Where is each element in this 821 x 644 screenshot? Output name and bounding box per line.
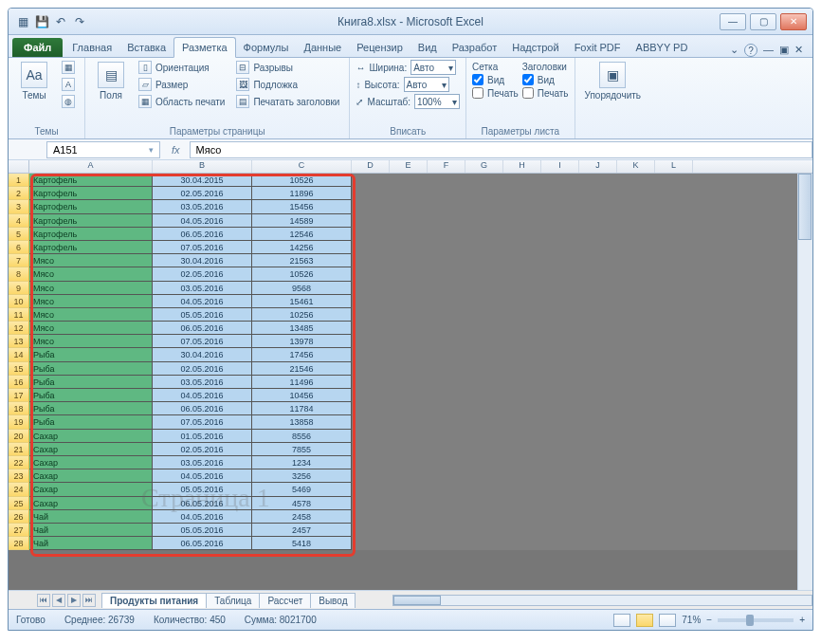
row-header[interactable]: 18 bbox=[9, 402, 29, 415]
tab-developer[interactable]: Разработ bbox=[445, 38, 504, 57]
cell[interactable]: 03.05.2016 bbox=[153, 282, 252, 295]
zoom-slider[interactable] bbox=[718, 618, 794, 622]
cell[interactable]: 10526 bbox=[252, 267, 352, 281]
tab-data[interactable]: Данные bbox=[296, 38, 349, 57]
row-header[interactable]: 7 bbox=[9, 254, 29, 267]
tab-abbyy[interactable]: ABBYY PD bbox=[629, 38, 696, 57]
cell[interactable]: Чай bbox=[29, 510, 153, 524]
row-header[interactable]: 20 bbox=[9, 430, 29, 443]
hscroll-thumb[interactable] bbox=[393, 596, 441, 605]
row-header[interactable]: 15 bbox=[9, 362, 29, 376]
size-button[interactable]: ▱Размер bbox=[135, 77, 228, 92]
theme-fonts-button[interactable]: A bbox=[58, 77, 79, 92]
row-header[interactable]: 3 bbox=[9, 200, 29, 213]
row-header[interactable]: 5 bbox=[9, 228, 29, 241]
arrange-button[interactable]: ▣ Упорядочить bbox=[581, 60, 646, 102]
sheet-nav-first-icon[interactable]: ⏮ bbox=[37, 594, 50, 607]
row-header[interactable]: 8 bbox=[9, 267, 29, 281]
cell[interactable]: 2458 bbox=[252, 510, 352, 524]
row-header[interactable]: 13 bbox=[9, 335, 29, 348]
cell[interactable]: 06.05.2016 bbox=[153, 322, 252, 335]
tab-view[interactable]: Вид bbox=[410, 38, 445, 57]
cell[interactable]: 21563 bbox=[252, 254, 352, 267]
view-page-layout-button[interactable] bbox=[636, 614, 653, 627]
col-header-E[interactable]: E bbox=[390, 160, 428, 173]
inner-restore-icon[interactable]: ▣ bbox=[779, 44, 789, 57]
row-header[interactable]: 10 bbox=[9, 295, 29, 308]
cell[interactable]: 02.05.2016 bbox=[153, 362, 252, 376]
view-page-break-button[interactable] bbox=[659, 614, 676, 627]
cell[interactable]: 06.05.2016 bbox=[153, 537, 252, 550]
cell[interactable]: Рыба bbox=[29, 389, 153, 402]
sheet-tab-2[interactable]: Рассчет bbox=[259, 593, 311, 608]
row-header[interactable]: 12 bbox=[9, 322, 29, 335]
cell[interactable]: Сахар bbox=[29, 456, 153, 469]
col-header-D[interactable]: D bbox=[352, 160, 390, 173]
tab-foxit[interactable]: Foxit PDF bbox=[567, 38, 629, 57]
cell[interactable]: 7855 bbox=[252, 443, 352, 456]
sheet-nav-next-icon[interactable]: ▶ bbox=[67, 594, 81, 607]
cell[interactable]: 02.05.2016 bbox=[153, 187, 252, 200]
cell[interactable]: 14256 bbox=[252, 241, 352, 254]
name-box-dropdown-icon[interactable]: ▾ bbox=[149, 145, 154, 155]
view-normal-button[interactable] bbox=[613, 614, 630, 627]
cell[interactable]: Картофель bbox=[29, 187, 153, 200]
zoom-handle[interactable] bbox=[746, 615, 754, 626]
zoom-value[interactable]: 71% bbox=[682, 615, 701, 625]
cell[interactable]: 12546 bbox=[252, 228, 352, 241]
sheet-tab-1[interactable]: Таблица bbox=[206, 593, 260, 608]
cell[interactable]: 03.05.2016 bbox=[153, 376, 252, 389]
tab-home[interactable]: Главная bbox=[64, 38, 119, 57]
row-header[interactable]: 14 bbox=[9, 348, 29, 361]
cell[interactable]: 30.04.2016 bbox=[153, 348, 252, 361]
orientation-button[interactable]: ▯Ориентация bbox=[135, 60, 228, 75]
cell[interactable]: Картофель bbox=[29, 214, 153, 228]
cell[interactable]: 11896 bbox=[252, 187, 352, 200]
formula-input[interactable]: Мясо bbox=[190, 141, 812, 158]
margins-button[interactable]: ▤ Поля bbox=[91, 60, 131, 102]
cell[interactable]: 2457 bbox=[252, 524, 352, 537]
cell[interactable]: 11496 bbox=[252, 376, 352, 389]
sheet-tab-3[interactable]: Вывод bbox=[310, 593, 356, 608]
cell[interactable]: 13978 bbox=[252, 335, 352, 348]
print-area-button[interactable]: ▦Область печати bbox=[135, 94, 228, 109]
cell[interactable]: Сахар bbox=[29, 430, 153, 443]
col-header-I[interactable]: I bbox=[541, 160, 579, 173]
inner-close-icon[interactable]: ✕ bbox=[794, 44, 803, 57]
cell[interactable]: 3256 bbox=[252, 469, 352, 483]
cell[interactable]: 13858 bbox=[252, 415, 352, 429]
cell[interactable]: Мясо bbox=[29, 335, 153, 348]
save-icon[interactable]: 💾 bbox=[33, 13, 50, 30]
cell[interactable]: 04.05.2016 bbox=[153, 389, 252, 402]
cell[interactable]: Рыба bbox=[29, 402, 153, 415]
cell[interactable]: 5418 bbox=[252, 537, 352, 550]
cell[interactable]: Мясо bbox=[29, 295, 153, 308]
col-header-L[interactable]: L bbox=[655, 160, 693, 173]
cell[interactable]: 02.05.2016 bbox=[153, 267, 252, 281]
cell[interactable]: 11784 bbox=[252, 402, 352, 415]
tab-review[interactable]: Рецензир bbox=[349, 38, 410, 57]
row-header[interactable]: 22 bbox=[9, 456, 29, 469]
cell[interactable]: 07.05.2016 bbox=[153, 241, 252, 254]
cell[interactable]: Сахар bbox=[29, 469, 153, 483]
cell[interactable]: 15456 bbox=[252, 200, 352, 213]
col-header-K[interactable]: K bbox=[617, 160, 655, 173]
cell[interactable]: 04.05.2016 bbox=[153, 295, 252, 308]
cell[interactable]: Сахар bbox=[29, 497, 153, 510]
col-header-G[interactable]: G bbox=[465, 160, 503, 173]
cell[interactable]: 10456 bbox=[252, 389, 352, 402]
cell[interactable]: 05.05.2016 bbox=[153, 483, 252, 496]
headings-print-check[interactable]: Печать bbox=[522, 87, 569, 99]
background-button[interactable]: 🖼Подложка bbox=[232, 77, 343, 92]
row-header[interactable]: 23 bbox=[9, 469, 29, 483]
cell[interactable]: 10526 bbox=[252, 174, 352, 187]
row-header[interactable]: 27 bbox=[9, 524, 29, 537]
cell[interactable]: 06.05.2016 bbox=[153, 228, 252, 241]
cell[interactable]: 03.05.2016 bbox=[153, 456, 252, 469]
tab-formulas[interactable]: Формулы bbox=[236, 38, 297, 57]
cell[interactable]: 05.05.2016 bbox=[153, 308, 252, 322]
cell[interactable]: Чай bbox=[29, 524, 153, 537]
height-combo[interactable]: Авто▾ bbox=[404, 77, 449, 92]
print-titles-button[interactable]: ▤Печатать заголовки bbox=[232, 94, 343, 109]
inner-minimize-icon[interactable]: — bbox=[763, 44, 774, 57]
